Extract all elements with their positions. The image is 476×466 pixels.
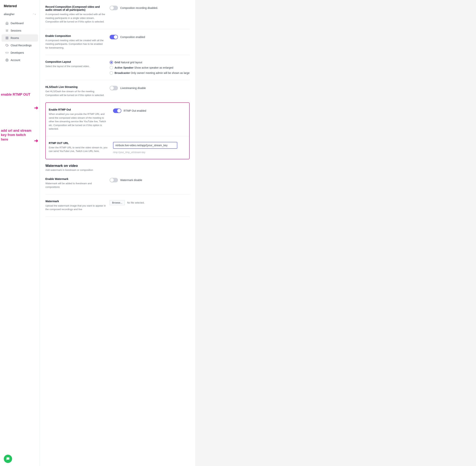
sidebar-item-label: Dashboard [11,22,24,25]
hls-dash-toggle[interactable] [110,86,118,90]
composition-layout-row: Composition Layout Select the layout of … [45,55,190,80]
rtmp-out-row: Enable RTMP Out When enabled you can pro… [46,103,189,136]
rtmp-url-label: RTMP OUT URL [49,141,109,145]
record-composition-status: Composition recording disabled. [120,6,158,10]
enable-composition-label-col: Enable Composition A composed meeting vi… [45,35,106,50]
rtmp-url-input[interactable] [113,142,177,149]
enable-composition-toggle-row: Composition enabled [110,35,190,39]
hls-dash-desc: Get HLS/Dash live stream url for the mee… [45,90,106,97]
layout-active-speaker-label: Active Speaker Show active speaker as en… [115,66,173,69]
sidebar-item-sessions[interactable]: Sessions [1,27,38,34]
record-composition-desc: A composed meeting video will be recorde… [45,12,106,24]
enable-composition-row: Enable Composition A composed meeting vi… [45,29,190,55]
rtmp-highlight-box: Enable RTMP Out When enabled you can pro… [45,102,190,159]
sidebar-item-label: Developers [11,51,24,54]
radio-grid[interactable] [110,61,113,64]
composition-layout-label-col: Composition Layout Select the layout of … [45,60,106,68]
enable-watermark-control: Watermark disable [110,177,190,182]
hls-dash-label-col: HLS/Dash Live Streaming Get HLS/Dash liv… [45,85,106,97]
composition-layout-desc: Select the layout of the composed video. [45,64,106,68]
watermark-file-row: Watermark Upload the watermark image tha… [45,194,190,217]
sidebar-item-label: Sessions [11,29,21,32]
rtmp-url-desc: Enter the RTMP URL to send the video str… [49,146,109,153]
watermark-file-control: Browse... No file selected. [110,200,190,205]
rtmp-url-row: RTMP OUT URL Enter the RTMP URL to send … [46,136,189,159]
developers-icon [5,51,9,54]
enable-watermark-label: Enable Watermark [45,177,106,180]
home-icon [5,22,9,25]
enable-watermark-row: Enable Watermark Watermark will be added… [45,172,190,194]
svg-rect-6 [7,38,8,39]
record-composition-label: Record Composition (Composed video and a… [45,5,106,11]
watermark-section-header: Watermark on video Add watermark in live… [45,159,190,172]
layout-option-broadcaster[interactable]: Broadcaster Only owner/ meeting admin wi… [110,71,190,75]
watermark-file-desc: Upload the watermark image that you want… [45,204,106,211]
layout-broadcaster-label: Broadcaster Only owner/ meeting admin wi… [115,71,190,74]
sidebar-item-label: Account [11,58,20,62]
sidebar-nav: Dashboard Sessions Rooms Cloud Recording… [0,19,39,452]
sidebar-item-label: Rooms [11,36,19,39]
browse-button[interactable]: Browse... [110,200,125,205]
enable-composition-desc: A composed meeting video will be created… [45,39,106,50]
enable-watermark-toggle[interactable] [110,178,118,182]
sidebar-footer [0,452,39,466]
sidebar-item-dashboard[interactable]: Dashboard [1,20,38,27]
watermark-title: Watermark on video [45,164,190,168]
sessions-icon [5,29,9,32]
enable-composition-control: Composition enabled [110,35,190,39]
hls-dash-label: HLS/Dash Live Streaming [45,85,106,88]
sidebar-item-rooms[interactable]: Rooms [1,35,38,42]
record-composition-toggle[interactable] [110,6,118,10]
layout-grid-label: Grid Natural grid layout [115,61,142,64]
rtmp-url-label-col: RTMP OUT URL Enter the RTMP URL to send … [49,141,109,153]
enable-watermark-label-col: Enable Watermark Watermark will be added… [45,177,106,189]
watermark-file-label: Watermark [45,200,106,203]
rooms-icon [5,36,9,40]
enable-composition-status: Composition enabled [120,35,145,39]
app-logo: Metered [0,0,39,11]
rtmp-out-toggle-row: RTMP Out enabled [113,108,186,113]
radio-broadcaster[interactable] [110,71,113,75]
composition-layout-label: Composition Layout [45,60,106,63]
rtmp-url-hint: rtmp://your_rtmp_url/stream-key [113,151,186,154]
svg-rect-3 [6,37,7,38]
enable-composition-label: Enable Composition [45,35,106,37]
layout-radio-group: Grid Natural grid layout Active Speaker … [110,61,190,75]
rtmp-url-control: rtmp://your_rtmp_url/stream-key [113,141,186,154]
enable-composition-toggle[interactable] [110,35,118,39]
enable-watermark-toggle-row: Watermark disable [110,178,190,182]
layout-option-active-speaker[interactable]: Active Speaker Show active speaker as en… [110,66,190,69]
rtmp-out-label-col: Enable RTMP Out When enabled you can pro… [49,108,109,131]
watermark-file-browse-row: Browse... No file selected. [110,200,190,205]
svg-rect-4 [7,37,8,38]
hls-dash-row: HLS/Dash Live Streaming Get HLS/Dash liv… [45,80,190,102]
rtmp-out-toggle[interactable] [113,108,121,113]
enable-watermark-status: Watermark disable [120,179,142,182]
rtmp-out-label: Enable RTMP Out [49,108,109,111]
sidebar-item-account[interactable]: Account [1,57,38,64]
user-menu[interactable]: aliasgher ⌃ v [0,11,39,19]
rtmp-out-control: RTMP Out enabled [113,108,186,113]
sidebar-item-label: Cloud Recordings [11,44,32,47]
no-file-text: No file selected. [127,201,145,204]
sidebar: Metered aliasgher ⌃ v Dashboard Sessions [0,0,40,466]
record-composition-control: Composition recording disabled. [110,5,190,10]
radio-active-speaker[interactable] [110,66,113,69]
sidebar-item-cloud-recordings[interactable]: Cloud Recordings [1,42,38,49]
rtmp-out-status: RTMP Out enabled [124,109,146,112]
hls-dash-control: Livestreaming disable [110,85,190,90]
gear-icon [5,58,9,62]
composition-layout-control: Grid Natural grid layout Active Speaker … [110,60,190,75]
layout-option-grid[interactable]: Grid Natural grid layout [110,61,190,64]
enable-watermark-desc: Watermark will be added to livestream an… [45,182,106,189]
svg-rect-5 [6,38,7,39]
sidebar-item-developers[interactable]: Developers [1,49,38,56]
main-content: Record Composition (Composed video and a… [40,0,195,466]
record-composition-row: Record Composition (Composed video and a… [45,0,190,29]
chat-button[interactable] [4,455,12,463]
username: aliasgher [4,13,14,16]
record-composition-toggle-row: Composition recording disabled. [110,6,190,10]
hls-dash-status: Livestreaming disable [120,87,146,90]
rtmp-out-desc: When enabled you can provide the RTMP UR… [49,112,109,131]
chevron-icon: ⌃ v [33,13,36,15]
